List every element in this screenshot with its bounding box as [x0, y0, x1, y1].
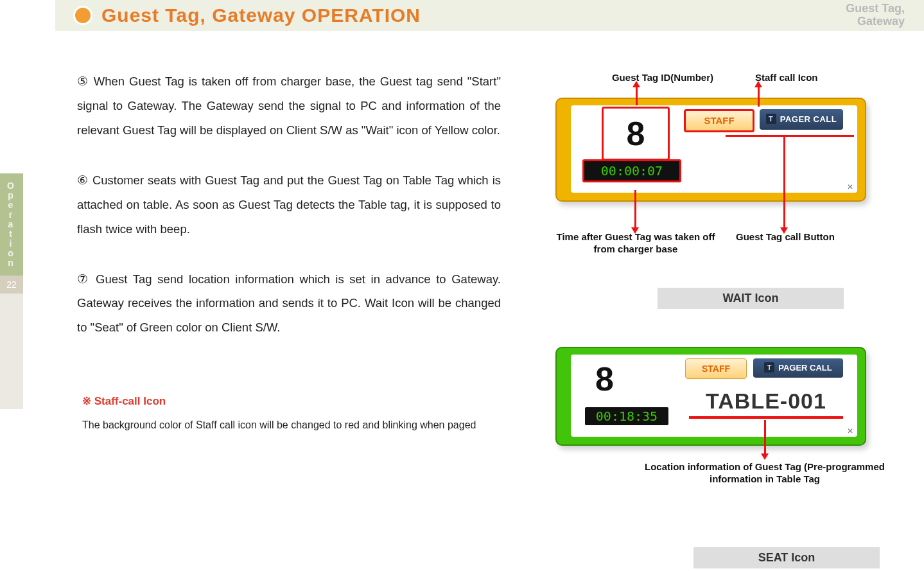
- seat-card: 8 00:18:35 STAFF PAGER CALL TABLE-001 ✕: [555, 347, 866, 455]
- pager-call-button[interactable]: PAGER CALL: [760, 109, 843, 130]
- header-band: Guest Tag, Gateway OPERATION Guest Tag, …: [55, 0, 924, 31]
- paragraph-7: ⑦ Guest Tag send location information wh…: [77, 267, 501, 340]
- paragraph-6: ⑥ Customer seats with Guest Tag and put …: [77, 168, 501, 242]
- close-icon[interactable]: ✕: [847, 426, 853, 435]
- seat-icon-label: SEAT Icon: [693, 547, 880, 568]
- note-text: The background color of Staff call icon …: [82, 417, 500, 434]
- paragraph-5: ⑤ When Guest Tag is taken off from charg…: [77, 69, 501, 143]
- body-text: ⑤ When Guest Tag is taken off from charg…: [77, 69, 501, 365]
- arrow-line-icon: [726, 135, 854, 137]
- arrow-down-icon: [634, 190, 636, 229]
- arrow-down-icon: [764, 420, 766, 455]
- seat-pager-call-button[interactable]: PAGER CALL: [753, 358, 843, 378]
- note-title: ※ Staff-call Icon: [82, 394, 500, 408]
- header-right-label: Guest Tag, Gateway: [846, 3, 905, 28]
- wait-timer: 00:00:07: [582, 159, 681, 182]
- side-page-number: 22: [0, 276, 23, 294]
- side-tab-operation: Operation: [0, 173, 23, 276]
- close-icon[interactable]: ✕: [847, 182, 853, 191]
- seat-staff-button[interactable]: STAFF: [685, 358, 747, 379]
- wait-card: 8 00:00:07 STAFF PAGER CALL ✕: [555, 98, 866, 206]
- arrow-down-icon: [783, 135, 785, 229]
- seat-frame: 8 00:18:35 STAFF PAGER CALL TABLE-001 ✕: [555, 347, 866, 446]
- callout-staff-call-icon: Staff call Icon: [755, 72, 818, 84]
- note-block: ※ Staff-call Icon The background color o…: [82, 394, 500, 434]
- arrow-up-icon: [758, 86, 760, 107]
- guest-tag-number: 8: [602, 107, 670, 161]
- callout-time-after: Time after Guest Tag was taken off from …: [546, 231, 726, 256]
- wait-frame: 8 00:00:07 STAFF PAGER CALL ✕: [555, 98, 866, 202]
- seat-timer: 00:18:35: [585, 407, 668, 425]
- callout-guest-tag-call-button: Guest Tag call Button: [736, 231, 835, 243]
- callout-guest-tag-id: Guest Tag ID(Number): [605, 72, 720, 84]
- header-right-line1: Guest Tag,: [846, 3, 905, 15]
- page-title: Guest Tag, Gateway OPERATION: [101, 4, 421, 26]
- side-bar: Operation 22: [0, 173, 23, 430]
- side-tail: [0, 294, 23, 409]
- bullet-icon: [73, 6, 92, 25]
- arrow-up-icon: [636, 86, 638, 105]
- wait-icon-label: WAIT Icon: [658, 288, 844, 309]
- callout-location-info: Location information of Guest Tag (Pre-p…: [627, 461, 903, 486]
- seat-table-name: TABLE-001: [689, 385, 843, 419]
- seat-guest-tag-number: 8: [595, 360, 614, 398]
- staff-button[interactable]: STAFF: [684, 109, 754, 132]
- header-right-line2: Gateway: [846, 15, 905, 28]
